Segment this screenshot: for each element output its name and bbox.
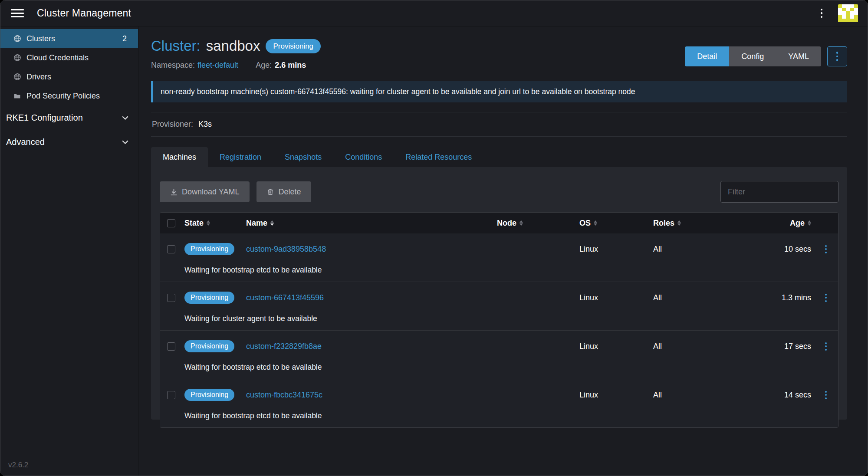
sidebar-group-label: RKE1 Configuration <box>6 113 83 123</box>
download-yaml-label: Download YAML <box>182 187 239 197</box>
sidebar-item-count: 2 <box>122 34 127 43</box>
row-checkbox[interactable] <box>167 391 175 399</box>
status-banner: non-ready bootstrap machine(s) custom-66… <box>151 81 847 102</box>
sort-icon[interactable] <box>594 220 597 226</box>
column-header-age[interactable]: Age <box>790 219 805 228</box>
table-row: Provisioning custom-9ad38958b548 Linux A… <box>160 233 838 282</box>
body-layout: Clusters 2 Cloud Credentials Drivers Po <box>0 26 868 476</box>
machine-name-link[interactable]: custom-667413f45596 <box>246 293 324 302</box>
row-checkbox[interactable] <box>167 245 175 253</box>
sidebar-item-cloud-credentials[interactable]: Cloud Credentials <box>0 48 138 67</box>
machine-name-link[interactable]: custom-9ad38958b548 <box>246 245 326 254</box>
globe-icon <box>13 35 21 43</box>
table-row: Provisioning custom-fbcbc341675c Linux A… <box>160 379 838 427</box>
detail-view-button[interactable]: Detail <box>685 46 729 66</box>
tab-machines[interactable]: Machines <box>151 147 208 167</box>
tab-registration[interactable]: Registration <box>208 147 273 167</box>
machine-os: Linux <box>579 245 653 254</box>
title-prefix: Cluster: <box>151 37 201 55</box>
table-header-row: State Name Node OS <box>160 213 838 233</box>
sort-icon[interactable] <box>808 220 811 226</box>
select-all-checkbox[interactable] <box>167 219 175 227</box>
machine-os: Linux <box>579 293 653 302</box>
sidebar-item-label: Pod Security Policies <box>26 92 100 101</box>
sidebar-item-drivers[interactable]: Drivers <box>0 67 138 86</box>
sidebar-group-label: Advanced <box>6 137 45 147</box>
tab-snapshots[interactable]: Snapshots <box>273 147 333 167</box>
trash-icon <box>267 188 274 195</box>
machine-roles: All <box>653 293 762 302</box>
cluster-name: sandbox <box>206 37 260 55</box>
machine-age: 1.3 mins <box>762 293 814 302</box>
table-row: Provisioning custom-667413f45596 Linux A… <box>160 282 838 330</box>
sidebar: Clusters 2 Cloud Credentials Drivers Po <box>0 26 138 476</box>
column-header-state[interactable]: State <box>184 219 204 228</box>
machine-status-message: Waiting for bootstrap etcd to be availab… <box>184 266 838 275</box>
view-controls: Detail Config YAML <box>685 46 847 66</box>
machine-status-message: Waiting for bootstrap etcd to be availab… <box>184 411 838 420</box>
machine-status-message: Waiting for bootstrap etcd to be availab… <box>184 363 838 372</box>
provisioner-label: Provisioner: <box>152 120 193 129</box>
machine-os: Linux <box>579 391 653 400</box>
sidebar-group-rke1-configuration[interactable]: RKE1 Configuration <box>0 105 138 130</box>
page-header: Cluster: sandbox Provisioning Namespace:… <box>151 37 847 70</box>
folder-icon <box>13 92 21 100</box>
globe-icon <box>13 54 21 62</box>
machine-status-message: Waiting for cluster agent to be availabl… <box>184 314 838 323</box>
machine-age: 14 secs <box>762 391 814 400</box>
row-checkbox[interactable] <box>167 342 175 351</box>
row-actions-kebab-icon[interactable] <box>825 294 827 302</box>
machine-os: Linux <box>579 342 653 351</box>
tab-conditions[interactable]: Conditions <box>333 147 394 167</box>
user-avatar[interactable] <box>838 4 858 23</box>
download-icon <box>170 188 178 196</box>
sort-icon[interactable] <box>207 220 210 226</box>
provisioner-row: Provisioner: K3s <box>151 112 847 137</box>
column-header-roles[interactable]: Roles <box>653 219 674 228</box>
row-actions-kebab-icon[interactable] <box>825 391 827 399</box>
header-kebab-icon[interactable] <box>816 6 827 21</box>
app-version: v2.6.2 <box>8 461 28 469</box>
machine-roles: All <box>653 391 762 400</box>
column-header-node[interactable]: Node <box>497 219 516 228</box>
machine-roles: All <box>653 245 762 254</box>
delete-button[interactable]: Delete <box>256 181 311 202</box>
row-actions-kebab-icon[interactable] <box>825 245 827 253</box>
machine-roles: All <box>653 342 762 351</box>
sort-icon[interactable] <box>519 220 523 226</box>
column-header-os[interactable]: OS <box>579 219 591 228</box>
cluster-meta: Namespace: fleet-default Age: 2.6 mins <box>151 61 685 70</box>
globe-icon <box>13 73 21 81</box>
row-checkbox[interactable] <box>167 294 175 302</box>
table-row: Provisioning custom-f232829fb8ae Linux A… <box>160 330 838 379</box>
column-header-name[interactable]: Name <box>246 219 267 228</box>
sidebar-group-advanced[interactable]: Advanced <box>0 130 138 154</box>
sidebar-item-label: Cloud Credentials <box>26 53 89 62</box>
machine-name-link[interactable]: custom-f232829fb8ae <box>246 342 322 351</box>
machine-name-link[interactable]: custom-fbcbc341675c <box>246 391 322 400</box>
chevron-down-icon <box>122 140 128 144</box>
sort-icon[interactable] <box>677 220 681 226</box>
machine-state-badge: Provisioning <box>184 243 234 255</box>
sidebar-item-label: Clusters <box>26 34 55 43</box>
main-content: Cluster: sandbox Provisioning Namespace:… <box>138 26 868 476</box>
filter-input[interactable] <box>720 181 838 203</box>
age-label: Age: <box>256 61 272 70</box>
age-value: 2.6 mins <box>275 61 306 70</box>
namespace-label: Namespace: <box>151 61 195 70</box>
namespace-link[interactable]: fleet-default <box>197 61 238 70</box>
app-window: Cluster Management Clusters 2 Cloud Cred… <box>0 0 868 476</box>
hamburger-menu-icon[interactable] <box>11 9 24 17</box>
cluster-actions-kebab-button[interactable] <box>827 46 847 66</box>
tab-related-resources[interactable]: Related Resources <box>394 147 483 167</box>
download-yaml-button[interactable]: Download YAML <box>160 181 250 202</box>
sort-icon[interactable] <box>270 220 274 226</box>
page-title: Cluster: sandbox Provisioning <box>151 37 685 55</box>
sidebar-item-pod-security-policies[interactable]: Pod Security Policies <box>0 86 138 105</box>
chevron-down-icon <box>122 116 128 120</box>
sidebar-item-clusters[interactable]: Clusters 2 <box>0 29 138 48</box>
row-actions-kebab-icon[interactable] <box>825 342 827 351</box>
config-view-button[interactable]: Config <box>729 46 776 66</box>
machines-table: State Name Node OS <box>160 212 838 428</box>
yaml-view-button[interactable]: YAML <box>776 46 821 66</box>
